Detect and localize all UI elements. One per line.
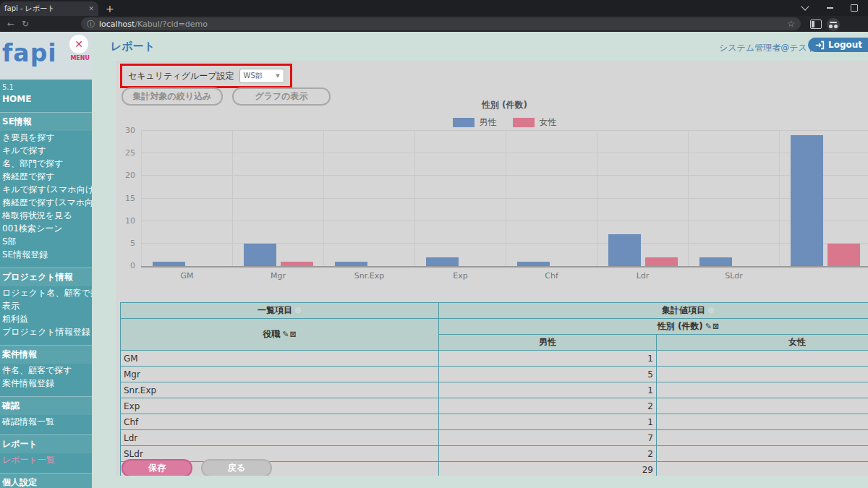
logo-area: fapi ✕ MENU [0, 32, 92, 80]
user-label: システム管理者@テスト [719, 42, 816, 54]
sidebar-item-home[interactable]: HOME [0, 93, 92, 106]
reload-icon[interactable]: ↻ [22, 19, 29, 29]
bar-groups: GMMgrSnr.ExpExpChfLdrSLdr [141, 131, 868, 266]
logout-button[interactable]: Logout [808, 38, 868, 52]
sidebar-item[interactable]: キルで探す(スマホ向け) [0, 183, 92, 196]
sidebar-item[interactable]: ロジェクト名、顧客で探す [0, 286, 92, 299]
cell-role: Ldr [121, 430, 439, 446]
cell-male: 2 [439, 446, 657, 462]
bar-male [791, 135, 823, 266]
sidebar-item[interactable]: SE情報登録 [0, 248, 92, 261]
table-row: Chf1 [121, 414, 868, 430]
minimize-button[interactable] [817, 0, 842, 16]
cell-female [657, 367, 868, 382]
female-column-header: 女性 [657, 335, 868, 351]
address-input[interactable]: ⓘ localhost /Kabul/?cid=demo ☆ [81, 17, 801, 30]
bar-group: SLdr [688, 131, 779, 266]
sidebar-section-personal: 個人設定 [0, 473, 92, 488]
cell-male: 5 [439, 367, 657, 382]
bar-male [608, 234, 641, 266]
security-group-select[interactable]: WS部 ▼ [239, 69, 284, 83]
bookmark-star-icon[interactable]: ☆ [787, 19, 795, 29]
sidebar-item[interactable]: 格取得状況を見る [0, 209, 92, 222]
add-circle-icon[interactable]: ⊕ [707, 305, 715, 315]
sidebar-item-report-list[interactable]: レポート一覧 [0, 453, 92, 466]
x-tick-label: GM [142, 271, 232, 281]
incognito-icon [827, 18, 840, 31]
save-button[interactable]: 保存 [122, 459, 192, 476]
back-icon[interactable]: ← [7, 19, 14, 29]
page-title: レポート [111, 40, 155, 53]
security-group-label: セキュリティグループ設定 [128, 70, 234, 82]
sidebar-item[interactable]: S部 [0, 235, 92, 248]
cell-female [657, 414, 868, 430]
bar-male [517, 262, 550, 266]
sidebar-item[interactable]: 名、部門で探す [0, 157, 92, 170]
annotation-highlight: セキュリティグループ設定 WS部 ▼ [120, 64, 292, 88]
x-tick-label: Exp [415, 271, 506, 281]
x-tick-label: Mgr [233, 271, 323, 281]
back-button[interactable]: 戻る [201, 459, 272, 476]
legend-swatch-male [453, 118, 475, 127]
bar-female [645, 257, 678, 266]
y-tick-label: 15 [125, 194, 135, 203]
sidebar-section-report: レポート [0, 435, 92, 453]
security-group-value: WS部 [244, 71, 263, 81]
table-group-header-row: 一覧項目⊕ 集計値項目⊕ [121, 303, 868, 319]
sidebar-item[interactable]: 表示 [0, 299, 92, 312]
tab-search-icon[interactable] [793, 0, 817, 16]
new-tab-button[interactable]: + [106, 2, 114, 15]
y-tick-label: 10 [125, 216, 135, 226]
delete-box-icon[interactable]: ⊠ [290, 330, 297, 339]
tab-title: fapi - レポート [4, 4, 85, 14]
y-tick-label: 20 [125, 171, 135, 180]
sidebar-item[interactable]: プロジェクト情報登録 [0, 325, 92, 338]
delete-box-icon[interactable]: ⊠ [712, 322, 719, 331]
add-circle-icon[interactable]: ⊕ [294, 305, 302, 315]
table-row: Snr.Exp1 [121, 382, 868, 398]
logout-label: Logout [828, 40, 862, 50]
cell-role: Snr.Exp [121, 382, 439, 398]
bar-male [335, 262, 367, 266]
maximize-button[interactable] [842, 0, 867, 16]
cell-role: Exp [121, 398, 439, 414]
y-tick-label: 25 [125, 148, 135, 158]
y-tick-label: 5 [130, 239, 135, 248]
table-field-header-row: 役職✎⊠ 性別 (件数)✎⊠ [121, 319, 868, 335]
sidebar-item[interactable]: キルで探す [0, 144, 92, 157]
bar-group: Ldr [597, 131, 688, 266]
aggregate-items-header: 集計値項目⊕ [439, 303, 868, 319]
table-row: GM1 [121, 351, 868, 367]
tab-close-icon[interactable]: ✕ [88, 5, 94, 12]
sidebar-item[interactable]: 001検索シーン [0, 222, 92, 235]
version-label: 5.1 [0, 80, 92, 93]
report-table: 一覧項目⊕ 集計値項目⊕ 役職✎⊠ 性別 (件数)✎⊠ 男性 女性 GM1 Mg… [120, 302, 868, 476]
role-column-header: 役職✎⊠ [121, 319, 439, 351]
sidebar-item[interactable]: 粗利益 [0, 312, 92, 325]
bar-male [153, 262, 185, 266]
sidebar-item[interactable]: 務経歴で探す [0, 170, 92, 183]
value-column-header: 性別 (件数)✎⊠ [439, 319, 868, 335]
list-items-header: 一覧項目⊕ [121, 303, 439, 319]
bar-group: GM [141, 131, 232, 266]
edit-pencil-icon[interactable]: ✎ [705, 322, 712, 331]
sidebar-item[interactable]: 件名、顧客で探す [0, 364, 92, 377]
sidebar-section-kakunin: 確認 [0, 396, 92, 415]
table-row: Ldr7 [121, 430, 868, 446]
menu-close-button[interactable]: ✕ [69, 35, 88, 53]
sidebar-item[interactable]: 案件情報登録 [0, 377, 92, 390]
male-column-header: 男性 [439, 335, 657, 351]
chart-plot: 051015202530GMMgrSnr.ExpExpChfLdrSLdr [141, 131, 868, 267]
sidebar: fapi ✕ MENU 5.1 HOME SE情報 き要員を探す キルで探す 名… [0, 32, 92, 488]
sidebar-item[interactable]: き要員を探す [0, 131, 92, 144]
y-tick-label: 0 [130, 261, 135, 270]
browser-tab[interactable]: fapi - レポート ✕ [0, 1, 98, 16]
sidebar-item[interactable]: 務経歴で探す(スマホ向け) [0, 196, 92, 209]
side-panel-icon[interactable] [810, 20, 822, 29]
cell-male: 7 [439, 430, 657, 446]
site-info-icon[interactable]: ⓘ [87, 19, 95, 30]
edit-pencil-icon[interactable]: ✎ [282, 330, 289, 339]
bar-female [827, 244, 860, 266]
x-tick-label: Ldr [597, 271, 688, 281]
sidebar-item[interactable]: 確認情報一覧 [0, 415, 92, 428]
